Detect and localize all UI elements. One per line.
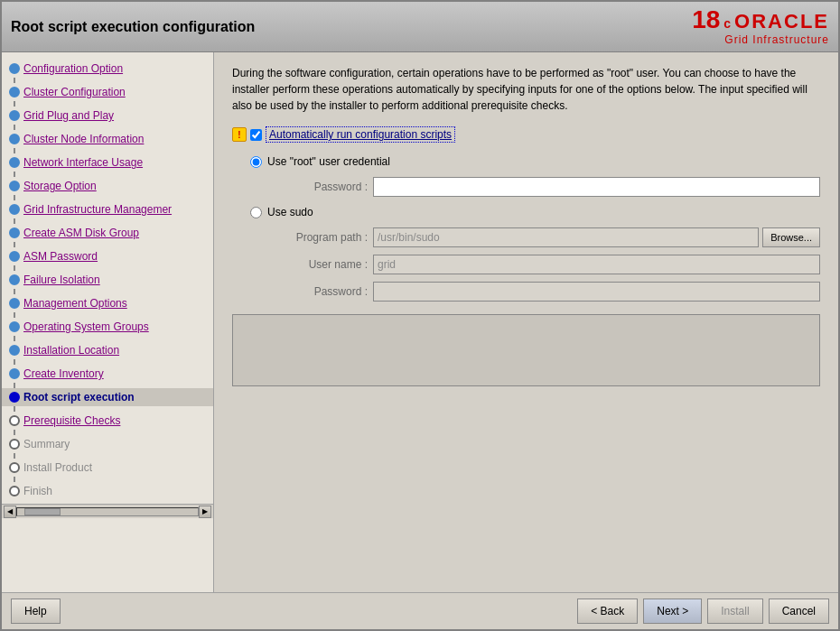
- sidebar-dot-create-asm-disk-group: [9, 227, 20, 238]
- next-button[interactable]: Next >: [643, 599, 702, 624]
- root-password-form: Password :: [277, 177, 820, 197]
- sudo-password-input[interactable]: [373, 282, 820, 302]
- back-button[interactable]: < Back: [577, 599, 638, 624]
- browse-button[interactable]: Browse...: [762, 227, 820, 247]
- sidebar-item-network-interface-usage[interactable]: Network Interface Usage: [2, 153, 213, 172]
- sidebar-dot-installation-location: [9, 345, 20, 356]
- program-path-input[interactable]: [373, 227, 759, 247]
- sidebar-item-failure-isolation[interactable]: Failure Isolation: [2, 271, 213, 289]
- title-bar: Root script execution configuration 18c …: [2, 2, 838, 52]
- sidebar-item-asm-password[interactable]: ASM Password: [2, 247, 213, 265]
- sidebar-dot-grid-plug-and-play: [9, 110, 20, 121]
- warning-icon: !: [232, 127, 247, 142]
- sidebar-item-grid-plug-and-play[interactable]: Grid Plug and Play: [2, 107, 213, 125]
- sidebar-dot-asm-password: [9, 251, 20, 262]
- user-name-label: User name :: [277, 258, 368, 271]
- sidebar-label-operating-system-groups: Operating System Groups: [23, 320, 149, 333]
- use-root-radio[interactable]: [250, 156, 262, 168]
- sidebar-dot-cluster-node-information: [9, 134, 20, 144]
- sidebar-item-configuration-option[interactable]: Configuration Option: [2, 60, 213, 78]
- scrollbar-thumb[interactable]: [24, 508, 61, 515]
- sidebar-label-grid-infrastructure-management: Grid Infrastructure Managemer: [23, 203, 172, 216]
- sidebar-dot-configuration-option: [9, 63, 20, 74]
- scroll-left-arrow[interactable]: ◀: [4, 506, 16, 518]
- sidebar-item-create-asm-disk-group[interactable]: Create ASM Disk Group: [2, 224, 213, 242]
- program-path-label: Program path :: [277, 231, 368, 244]
- sidebar-label-cluster-configuration: Cluster Configuration: [23, 86, 126, 98]
- sidebar-dot-create-inventory: [9, 368, 20, 379]
- sidebar-label-network-interface-usage: Network Interface Usage: [23, 156, 143, 169]
- sidebar-dot-install-product: [9, 462, 20, 473]
- auto-run-label[interactable]: Automatically run configuration scripts: [266, 126, 455, 143]
- help-button[interactable]: Help: [11, 599, 61, 624]
- install-button[interactable]: Install: [707, 599, 762, 624]
- sidebar-label-cluster-node-information: Cluster Node Information: [23, 133, 144, 145]
- cancel-button[interactable]: Cancel: [769, 599, 829, 624]
- content-area: During the software configuration, certa…: [214, 52, 838, 592]
- sidebar-label-installation-location: Installation Location: [23, 344, 119, 357]
- sidebar-label-storage-option: Storage Option: [23, 180, 97, 192]
- sidebar-dot-network-interface-usage: [9, 157, 20, 168]
- use-sudo-radio[interactable]: [250, 207, 262, 218]
- main-content: Configuration Option Cluster Configurati…: [2, 52, 838, 592]
- sidebar-item-installation-location[interactable]: Installation Location: [2, 341, 213, 359]
- sidebar-item-operating-system-groups[interactable]: Operating System Groups: [2, 318, 213, 336]
- sidebar-item-grid-infrastructure-management[interactable]: Grid Infrastructure Managemer: [2, 200, 213, 218]
- sidebar-item-root-script-execution[interactable]: Root script execution: [2, 388, 213, 406]
- sidebar-dot-storage-option: [9, 181, 20, 191]
- output-area: [232, 314, 820, 386]
- root-password-input[interactable]: [373, 177, 820, 197]
- sudo-form: Program path : Browse... User name : Pas…: [277, 227, 820, 302]
- sidebar-label-root-script-execution: Root script execution: [23, 391, 135, 404]
- sidebar-label-finish: Finish: [23, 485, 52, 497]
- auto-run-checkbox[interactable]: [250, 129, 262, 141]
- sidebar-scrollbar[interactable]: ◀ ▶: [2, 504, 213, 518]
- use-root-row: Use "root" user credential: [250, 155, 820, 168]
- sidebar-item-summary: Summary: [2, 435, 213, 453]
- sidebar-dot-root-script-execution: [9, 392, 20, 403]
- title-bar-left: Root script execution configuration: [11, 19, 255, 35]
- radio-group: Use "root" user credential Password : Us…: [250, 155, 820, 302]
- sidebar-dot-operating-system-groups: [9, 321, 20, 332]
- sidebar-dot-summary: [9, 439, 20, 450]
- sidebar-label-create-inventory: Create Inventory: [23, 367, 104, 380]
- bottom-left: Help: [11, 599, 61, 624]
- use-sudo-label[interactable]: Use sudo: [267, 206, 313, 218]
- user-name-input[interactable]: [373, 255, 820, 274]
- scrollbar-track[interactable]: [16, 507, 199, 516]
- sidebar-label-grid-plug-and-play: Grid Plug and Play: [23, 109, 114, 122]
- oracle-logo: 18c ORACLE Grid Infrastructure: [692, 7, 829, 46]
- sidebar-item-install-product: Install Product: [2, 459, 213, 477]
- sidebar-dot-failure-isolation: [9, 274, 20, 285]
- oracle-version: 18: [692, 7, 720, 32]
- oracle-product: Grid Infrastructure: [724, 33, 829, 46]
- password-label: Password :: [277, 181, 368, 193]
- sudo-password-label: Password :: [277, 285, 368, 298]
- sidebar-dot-cluster-configuration: [9, 87, 20, 97]
- scroll-right-arrow[interactable]: ▶: [199, 506, 211, 518]
- sidebar-label-summary: Summary: [23, 438, 70, 450]
- sidebar-label-install-product: Install Product: [23, 461, 92, 474]
- sidebar-item-finish: Finish: [2, 482, 213, 500]
- sidebar-dot-finish: [9, 486, 20, 496]
- sidebar-label-configuration-option: Configuration Option: [23, 62, 123, 75]
- sidebar-label-create-asm-disk-group: Create ASM Disk Group: [23, 227, 139, 239]
- bottom-bar: Help < Back Next > Install Cancel: [2, 592, 838, 629]
- sidebar-item-create-inventory[interactable]: Create Inventory: [2, 365, 213, 383]
- main-window: Root script execution configuration 18c …: [0, 0, 840, 631]
- sidebar-dot-prerequisite-checks: [9, 415, 20, 426]
- use-sudo-row: Use sudo: [250, 206, 820, 218]
- sidebar-label-asm-password: ASM Password: [23, 250, 98, 263]
- sidebar-label-management-options: Management Options: [23, 297, 127, 310]
- window-title: Root script execution configuration: [11, 19, 255, 35]
- use-root-label[interactable]: Use "root" user credential: [267, 155, 390, 168]
- sidebar-item-management-options[interactable]: Management Options: [2, 294, 213, 312]
- sidebar-label-prerequisite-checks: Prerequisite Checks: [23, 414, 120, 427]
- sidebar-item-storage-option[interactable]: Storage Option: [2, 177, 213, 195]
- program-path-row: Browse...: [373, 227, 820, 247]
- sidebar-item-cluster-node-information[interactable]: Cluster Node Information: [2, 130, 213, 148]
- auto-run-row: ! Automatically run configuration script…: [232, 126, 820, 143]
- sidebar-item-prerequisite-checks[interactable]: Prerequisite Checks: [2, 412, 213, 430]
- oracle-superscript: c: [723, 17, 731, 30]
- sidebar-item-cluster-configuration[interactable]: Cluster Configuration: [2, 83, 213, 101]
